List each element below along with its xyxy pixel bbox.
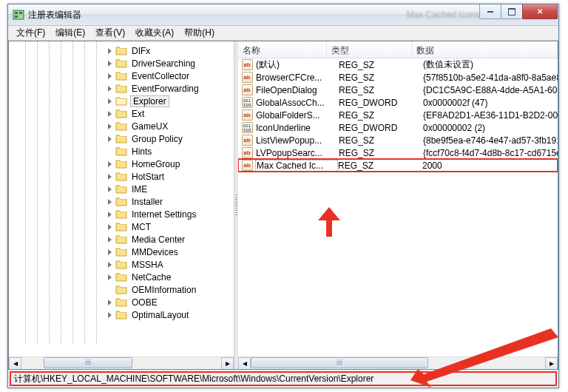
expander-icon[interactable] xyxy=(105,109,114,118)
tree-item-gameux[interactable]: GameUX xyxy=(9,120,234,132)
scroll-left-button[interactable]: ◂ xyxy=(238,357,251,370)
tree-item-optimallayout[interactable]: OptimalLayout xyxy=(9,308,234,321)
list-pane[interactable]: 名称 类型 数据 ab(默认)REG_SZ(数值未设置)abBrowserCFC… xyxy=(238,41,558,369)
cell-name: (默认) xyxy=(256,58,339,71)
tree-item-oeminformation[interactable]: OEMInformation xyxy=(9,283,234,296)
tree-pane[interactable]: DIFxDriverSearchingEventCollectorEventFo… xyxy=(9,41,234,369)
tree-item-mmdevices[interactable]: MMDevices xyxy=(9,246,234,258)
expander-icon[interactable] xyxy=(105,298,114,307)
titlebar[interactable]: 注册表编辑器 Max Cached Icons xyxy=(8,4,558,26)
cell-type: REG_SZ xyxy=(339,60,423,70)
tree-label: MSSHA xyxy=(130,260,165,270)
expander-icon[interactable] xyxy=(105,135,114,143)
reg-string-icon: ab xyxy=(241,135,253,146)
window-title: 注册表编辑器 xyxy=(28,9,396,21)
column-header-name[interactable]: 名称 xyxy=(238,41,327,58)
expander-icon[interactable] xyxy=(105,97,114,106)
tree-item-installer[interactable]: Installer xyxy=(9,195,234,208)
value-row[interactable]: abMax Cached Ic...REG_SZ2000 xyxy=(238,159,558,172)
tree-item-homegroup[interactable]: HomeGroup xyxy=(9,158,234,170)
menu-view[interactable]: 查看(V) xyxy=(90,25,130,41)
reg-string-icon: ab xyxy=(241,59,253,71)
cell-name: IconUnderline xyxy=(256,123,339,133)
close-button[interactable] xyxy=(522,4,558,19)
expander-icon[interactable] xyxy=(105,172,114,181)
tree-item-ime[interactable]: IME xyxy=(9,183,234,195)
tree-hscrollbar[interactable]: ◂ ▸ xyxy=(9,356,234,369)
tree-body[interactable]: DIFxDriverSearchingEventCollectorEventFo… xyxy=(9,41,234,356)
minimize-button[interactable] xyxy=(479,4,501,19)
expander-icon[interactable] xyxy=(105,210,114,219)
menu-edit[interactable]: 编辑(E) xyxy=(50,25,90,41)
tree-item-media-center[interactable]: Media Center xyxy=(9,233,234,246)
tree-item-internet-settings[interactable]: Internet Settings xyxy=(9,208,234,220)
tree-label: GameUX xyxy=(130,121,169,132)
expander-icon[interactable] xyxy=(105,47,114,55)
content-area: DIFxDriverSearchingEventCollectorEventFo… xyxy=(8,41,558,370)
scroll-thumb[interactable] xyxy=(251,357,428,368)
scroll-track[interactable] xyxy=(251,357,545,370)
tree-label: IME xyxy=(130,184,149,195)
cell-name: GlobalFolderS... xyxy=(256,110,339,121)
menu-favorites[interactable]: 收藏夹(A) xyxy=(130,25,179,41)
menu-help[interactable]: 帮助(H) xyxy=(179,25,220,41)
expander-icon[interactable] xyxy=(105,185,114,194)
tree-label: Media Center xyxy=(130,234,186,245)
scroll-right-button[interactable]: ▸ xyxy=(221,357,234,370)
list-body[interactable]: ab(默认)REG_SZ(数值未设置)abBrowserCFCre...REG_… xyxy=(238,58,558,356)
tree-label: MCT xyxy=(130,222,152,232)
reg-string-icon: ab xyxy=(241,109,253,121)
scroll-right-button[interactable]: ▸ xyxy=(545,357,558,370)
cell-data: {EF8AD2D1-AE36-11D1-B2D2-0060 xyxy=(423,110,558,121)
tree-label: Group Policy xyxy=(130,134,184,144)
tree-item-explorer[interactable]: Explorer xyxy=(9,95,234,107)
scroll-left-button[interactable]: ◂ xyxy=(9,357,21,370)
expander-icon[interactable] xyxy=(105,273,114,282)
value-row[interactable]: abGlobalFolderS...REG_SZ{EF8AD2D1-AE36-1… xyxy=(238,109,558,121)
tree-item-hotstart[interactable]: HotStart xyxy=(9,170,234,183)
value-row[interactable]: 011110IconUnderlineREG_DWORD0x00000002 (… xyxy=(238,121,558,134)
tree-item-eventforwarding[interactable]: EventForwarding xyxy=(9,82,234,95)
value-row[interactable]: ab(默认)REG_SZ(数值未设置) xyxy=(238,58,558,71)
expander-icon[interactable] xyxy=(105,223,114,232)
tree-item-eventcollector[interactable]: EventCollector xyxy=(9,70,234,82)
value-row[interactable]: abListViewPopup...REG_SZ{8be9f5ea-e746-4… xyxy=(238,134,558,146)
expander-icon[interactable] xyxy=(105,248,114,257)
cell-type: REG_DWORD xyxy=(339,98,423,108)
scroll-thumb[interactable] xyxy=(44,357,132,368)
tree-label: HotStart xyxy=(130,172,166,182)
cell-type: REG_SZ xyxy=(339,72,423,83)
value-row[interactable]: abFileOpenDialogREG_SZ{DC1C5A9C-E88A-4dd… xyxy=(238,84,558,96)
tree-item-oobe[interactable]: OOBE xyxy=(9,296,234,308)
expander-icon[interactable] xyxy=(105,197,114,206)
tree-item-group-policy[interactable]: Group Policy xyxy=(9,132,234,145)
tree-item-netcache[interactable]: NetCache xyxy=(9,271,234,283)
expander-icon[interactable] xyxy=(105,122,114,131)
tree-item-mct[interactable]: MCT xyxy=(9,220,234,233)
tree-item-hints[interactable]: Hints xyxy=(9,145,234,158)
value-row[interactable]: abBrowserCFCre...REG_SZ{57f8510b-a5e2-41… xyxy=(238,71,558,84)
expander-icon[interactable] xyxy=(105,72,114,81)
value-row[interactable]: 011110GlobalAssocCh...REG_DWORD0x0000002… xyxy=(238,96,558,109)
tree-item-driversearching[interactable]: DriverSearching xyxy=(9,57,234,70)
expander-icon[interactable] xyxy=(105,160,114,169)
expander-icon[interactable] xyxy=(105,235,114,244)
maximize-button[interactable] xyxy=(501,4,523,19)
tree-label: Hints xyxy=(130,146,153,157)
tree-item-mssha[interactable]: MSSHA xyxy=(9,258,234,271)
tree-item-ext[interactable]: Ext xyxy=(9,107,234,120)
expander-icon[interactable] xyxy=(105,59,114,68)
cell-data: {fccf70c8-f4d7-4d8b-8c17-cd6715e xyxy=(423,148,558,158)
menu-file[interactable]: 文件(F) xyxy=(11,25,50,41)
expander-icon[interactable] xyxy=(105,311,114,320)
expander-icon[interactable] xyxy=(105,260,114,269)
window-title-extra: Max Cached Icons xyxy=(407,10,480,20)
column-header-type[interactable]: 类型 xyxy=(327,41,412,58)
cell-data: 2000 xyxy=(422,160,558,171)
scroll-track[interactable] xyxy=(21,357,221,370)
tree-item-difx[interactable]: DIFx xyxy=(9,44,234,57)
expander-icon[interactable] xyxy=(105,84,114,93)
list-hscrollbar[interactable]: ◂ ▸ xyxy=(238,356,558,369)
column-header-data[interactable]: 数据 xyxy=(412,41,558,58)
value-row[interactable]: abLVPopupSearc...REG_SZ{fccf70c8-f4d7-4d… xyxy=(238,146,558,159)
